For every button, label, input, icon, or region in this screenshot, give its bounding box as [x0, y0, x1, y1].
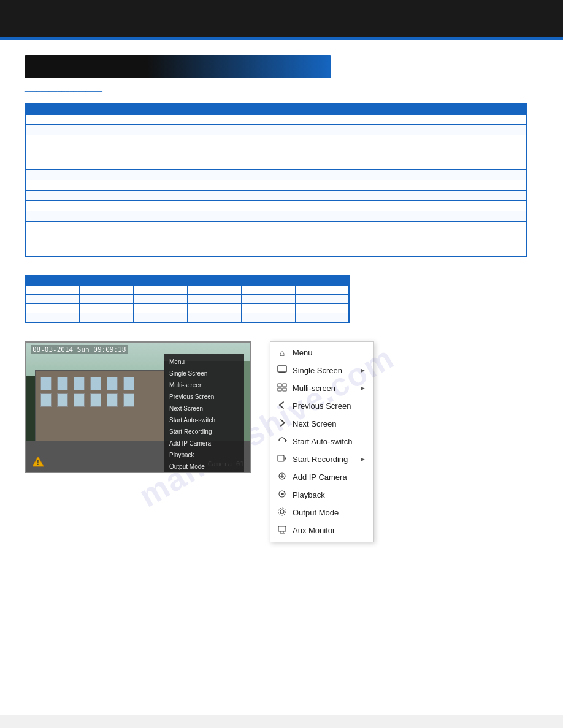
table-cell — [79, 294, 133, 303]
cam-menu-item-playback[interactable]: Playback — [164, 449, 244, 461]
main-table-header-col1 — [25, 104, 123, 115]
svg-marker-10 — [285, 457, 286, 460]
cam-menu-item-aux[interactable]: Aux Monitor — [164, 472, 244, 473]
multi-screen-arrow-icon: ► — [359, 384, 366, 392]
second-table-header-1 — [79, 276, 133, 286]
aux-monitor-icon — [277, 525, 288, 536]
page-content: manuulshive.com ___________________ — [0, 40, 563, 715]
table-row — [25, 135, 527, 170]
rmp-item-menu[interactable]: ⌂ Menu — [270, 344, 373, 362]
camera-screenshot: 08-03-2014 Sun 09:09:18 Camera 01 ! Menu… — [25, 341, 251, 473]
table-cell — [133, 303, 187, 313]
cam-menu-item-menu[interactable]: Menu — [164, 356, 244, 368]
cam-menu-item-output[interactable]: Output Mode — [164, 461, 244, 472]
cam-building — [35, 370, 170, 450]
table-row — [25, 125, 527, 135]
table-cell — [25, 211, 123, 222]
rmp-item-aux-monitor[interactable]: Aux Monitor — [270, 521, 373, 539]
second-table — [25, 275, 350, 323]
rmp-item-multi-screen[interactable]: Mulli-screen ► — [270, 379, 373, 397]
section-heading-bar — [25, 55, 331, 78]
cam-menu-item-recording[interactable]: Start Recording — [164, 426, 244, 438]
svg-rect-6 — [278, 388, 282, 391]
table-cell — [25, 135, 123, 170]
table-cell — [25, 303, 79, 313]
single-screen-icon — [277, 365, 288, 376]
table-cell — [25, 115, 123, 125]
cam-menu-item-prev[interactable]: Previous Screen — [164, 391, 244, 403]
table-cell — [79, 285, 133, 294]
table-cell — [25, 125, 123, 135]
rmp-item-add-ip-camera[interactable]: Add IP Camera — [270, 468, 373, 486]
recording-arrow-icon: ► — [359, 455, 366, 463]
svg-rect-5 — [283, 384, 286, 387]
svg-rect-7 — [283, 388, 286, 391]
cam-warning-icon: ! — [32, 456, 44, 467]
second-table-header-0 — [25, 276, 79, 286]
table-cell — [123, 191, 527, 201]
table-row — [25, 303, 349, 313]
table-cell — [25, 313, 79, 322]
table-cell — [295, 313, 349, 322]
table-cell — [241, 313, 295, 322]
svg-marker-15 — [281, 492, 285, 495]
second-table-header-3 — [187, 276, 241, 286]
table-row — [25, 180, 527, 191]
svg-rect-9 — [278, 455, 284, 461]
rmp-label-output-mode: Output Mode — [293, 508, 366, 517]
rmp-label-aux-monitor: Aux Monitor — [293, 526, 366, 535]
table-cell — [187, 313, 241, 322]
table-row — [25, 201, 527, 211]
table-cell — [123, 135, 527, 170]
next-screen-icon — [277, 419, 288, 429]
rmp-label-start-recording: Start Recording — [293, 455, 354, 464]
bottom-section: 08-03-2014 Sun 09:09:18 Camera 01 ! Menu… — [25, 341, 538, 542]
table-row — [25, 313, 349, 322]
rmp-item-auto-switch[interactable]: Start Auto-switch — [270, 433, 373, 450]
cam-menu-item-addip[interactable]: Add IP Camera — [164, 438, 244, 449]
auto-switch-icon — [277, 436, 288, 447]
svg-marker-8 — [285, 439, 287, 442]
output-mode-icon — [277, 507, 288, 518]
table-cell — [241, 285, 295, 294]
table-row — [25, 170, 527, 180]
table-cell — [25, 191, 123, 201]
svg-rect-18 — [278, 526, 286, 531]
rmp-item-previous-screen[interactable]: Previous Screen — [270, 397, 373, 415]
cam-menu-item-next[interactable]: Next Screen — [164, 403, 244, 414]
cam-windows — [36, 371, 169, 413]
table-cell — [295, 285, 349, 294]
table-cell — [79, 303, 133, 313]
single-screen-arrow-icon: ► — [359, 366, 366, 374]
svg-rect-4 — [278, 384, 282, 387]
rmp-item-single-screen[interactable]: Single Screen ► — [270, 362, 373, 379]
table-row — [25, 115, 527, 125]
second-table-header-2 — [133, 276, 187, 286]
cam-menu-item-multi[interactable]: Multi-screen — [164, 379, 244, 391]
main-table — [25, 103, 527, 257]
svg-rect-2 — [278, 366, 286, 372]
rmp-item-start-recording[interactable]: Start Recording ► — [270, 450, 373, 468]
rmp-item-output-mode[interactable]: Output Mode — [270, 504, 373, 521]
svg-rect-3 — [279, 372, 285, 373]
rmp-label-auto-switch: Start Auto-switch — [293, 437, 366, 446]
table-cell — [295, 303, 349, 313]
svg-point-16 — [280, 510, 284, 514]
cam-timestamp: 08-03-2014 Sun 09:09:18 — [31, 345, 128, 354]
table-cell — [123, 180, 527, 191]
cam-menu-item-autoswitch[interactable]: Start Auto-switch — [164, 414, 244, 426]
table-row — [25, 285, 349, 294]
table-cell — [123, 222, 527, 256]
table-cell — [241, 303, 295, 313]
table-cell — [187, 294, 241, 303]
rmp-item-playback[interactable]: Playback — [270, 486, 373, 504]
rmp-item-next-screen[interactable]: Next Screen — [270, 415, 373, 433]
section-link[interactable]: ___________________ — [25, 83, 538, 92]
rmp-label-multi-screen: Mulli-screen — [293, 384, 354, 393]
table-cell — [133, 285, 187, 294]
table-cell — [295, 294, 349, 303]
table-cell — [123, 125, 527, 135]
table-row — [25, 222, 527, 256]
cam-menu-item-single[interactable]: Single Screen — [164, 368, 244, 379]
table-row — [25, 211, 527, 222]
